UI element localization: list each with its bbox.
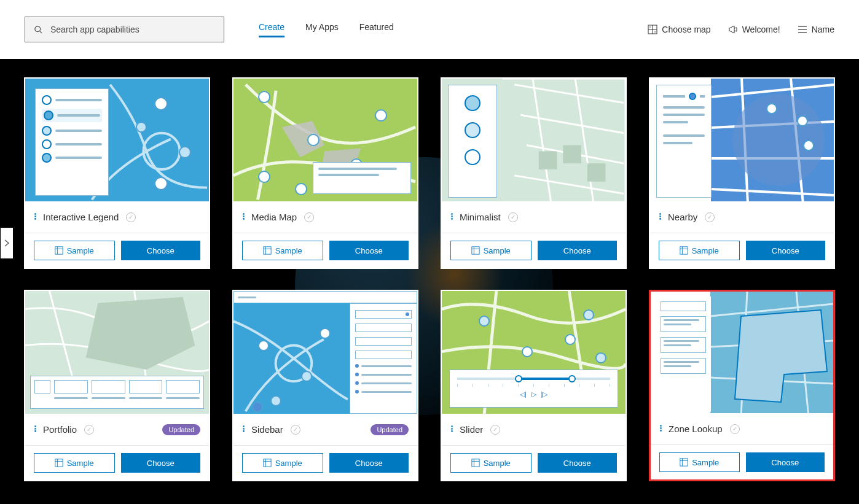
card-menu-icon[interactable]: ⁝ <box>450 215 453 219</box>
choose-button[interactable]: Choose <box>121 241 201 260</box>
top-navigation: Create My Apps Featured Choose map Welco… <box>0 0 859 59</box>
choose-button[interactable]: Choose <box>329 453 409 473</box>
slider-play-icon: ▷ <box>531 390 536 398</box>
card-title: Zone Lookup <box>669 424 723 434</box>
sample-icon <box>263 246 272 255</box>
card-menu-icon[interactable]: ⁝ <box>450 427 453 431</box>
template-stage: ⁝ Interactive Legend ✓ Sample Choose <box>0 59 859 504</box>
svg-rect-19 <box>680 459 688 466</box>
svg-rect-17 <box>264 459 271 467</box>
roads-decoration <box>710 292 833 413</box>
card-menu-icon[interactable]: ⁝ <box>242 215 245 219</box>
card-media-map: ⁝ Media Map ✓ Sample Choose <box>232 77 418 269</box>
choose-label: Choose <box>772 246 799 255</box>
sample-label: Sample <box>275 246 302 255</box>
welcome-label: Welcome! <box>742 25 780 34</box>
name-label: Name <box>812 25 834 34</box>
card-menu-icon[interactable]: ⁝ <box>34 215 37 219</box>
card-titlebar: ⁝ Zone Lookup ✓ <box>651 413 833 445</box>
sample-label: Sample <box>67 246 94 255</box>
slider-prev-icon: ◁| <box>520 390 527 398</box>
card-portfolio: ⁝ Portfolio ✓ Updated Sample Choose <box>24 290 210 481</box>
check-icon: ✓ <box>126 212 136 222</box>
card-titlebar: ⁝ Media Map ✓ <box>233 201 417 233</box>
svg-rect-7 <box>55 247 63 254</box>
search-input[interactable] <box>50 25 215 34</box>
card-title: Portfolio <box>43 424 77 435</box>
megaphone-icon <box>728 25 738 34</box>
right-nav: Choose map Welcome! Name <box>648 25 834 34</box>
sample-icon <box>680 246 688 255</box>
list-icon <box>798 25 807 34</box>
check-icon: ✓ <box>508 212 518 222</box>
sample-button[interactable]: Sample <box>450 241 531 260</box>
card-sidebar: ⁝ Sidebar ✓ Updated Sample Choose <box>232 290 418 481</box>
sample-label: Sample <box>67 459 94 468</box>
thumb-zone-lookup <box>651 292 833 413</box>
svg-line-1 <box>39 31 42 33</box>
card-title: Sidebar <box>251 424 283 435</box>
choose-button[interactable]: Choose <box>538 241 618 260</box>
svg-point-0 <box>35 26 41 31</box>
thumb-nearby <box>650 79 834 201</box>
tab-myapps[interactable]: My Apps <box>305 22 339 37</box>
choose-button[interactable]: Choose <box>538 453 618 473</box>
choose-button[interactable]: Choose <box>746 241 826 260</box>
choose-map-button[interactable]: Choose map <box>648 25 710 34</box>
choose-label: Choose <box>563 459 591 468</box>
svg-rect-8 <box>264 247 271 254</box>
check-icon: ✓ <box>490 425 500 435</box>
sample-label: Sample <box>692 458 719 467</box>
name-button[interactable]: Name <box>798 25 834 34</box>
card-slider: ◁| ▷ |▷ ⁝ Slider ✓ Sample Choose <box>441 290 627 481</box>
card-zone-lookup: ⁝ Zone Lookup ✓ Sample Choose <box>649 290 835 481</box>
search-box <box>25 17 224 42</box>
sample-button[interactable]: Sample <box>34 453 115 473</box>
choose-button[interactable]: Choose <box>329 241 409 260</box>
card-titlebar: ⁝ Slider ✓ <box>442 414 626 446</box>
choose-button[interactable]: Choose <box>121 453 201 473</box>
sample-button[interactable]: Sample <box>34 241 115 260</box>
card-titlebar: ⁝ Nearby ✓ <box>650 201 834 233</box>
sample-button[interactable]: Sample <box>659 452 740 472</box>
sample-button[interactable]: Sample <box>450 453 531 473</box>
chevron-right-icon <box>4 239 10 247</box>
updated-badge: Updated <box>162 424 200 435</box>
choose-button[interactable]: Choose <box>746 452 825 472</box>
thumb-slider: ◁| ▷ |▷ <box>442 291 626 414</box>
check-icon: ✓ <box>304 212 314 222</box>
tab-featured[interactable]: Featured <box>359 22 394 37</box>
card-titlebar: ⁝ Interactive Legend ✓ <box>25 201 209 233</box>
tab-create[interactable]: Create <box>259 22 284 37</box>
sample-icon <box>263 459 272 467</box>
card-menu-icon[interactable]: ⁝ <box>659 427 662 430</box>
card-nearby: ⁝ Nearby ✓ Sample Choose <box>649 77 835 269</box>
choose-label: Choose <box>355 246 383 255</box>
sample-button[interactable]: Sample <box>659 241 740 260</box>
card-menu-icon[interactable]: ⁝ <box>242 427 245 431</box>
card-titlebar: ⁝ Portfolio ✓ Updated <box>25 414 209 446</box>
card-title: Media Map <box>251 212 297 222</box>
sample-button[interactable]: Sample <box>242 453 323 473</box>
thumb-minimalist <box>442 79 626 201</box>
card-title: Minimalist <box>460 212 501 222</box>
card-menu-icon[interactable]: ⁝ <box>34 427 37 431</box>
welcome-button[interactable]: Welcome! <box>728 25 780 34</box>
sample-icon <box>55 246 63 255</box>
sample-button[interactable]: Sample <box>242 241 323 260</box>
expand-handle[interactable] <box>1 228 13 258</box>
svg-rect-11 <box>587 163 606 182</box>
sample-label: Sample <box>484 246 511 255</box>
thumb-media-map <box>233 79 417 201</box>
sample-icon <box>471 459 480 467</box>
roads-decoration <box>233 303 350 414</box>
sample-label: Sample <box>275 459 302 468</box>
slider-next-icon: |▷ <box>541 390 548 398</box>
card-titlebar: ⁝ Sidebar ✓ Updated <box>233 414 417 446</box>
check-icon: ✓ <box>730 424 740 434</box>
sample-icon <box>680 458 688 467</box>
card-menu-icon[interactable]: ⁝ <box>659 215 662 219</box>
sample-icon <box>471 246 480 255</box>
sample-icon <box>55 459 63 467</box>
card-minimalist: ⁝ Minimalist ✓ Sample Choose <box>441 77 627 269</box>
